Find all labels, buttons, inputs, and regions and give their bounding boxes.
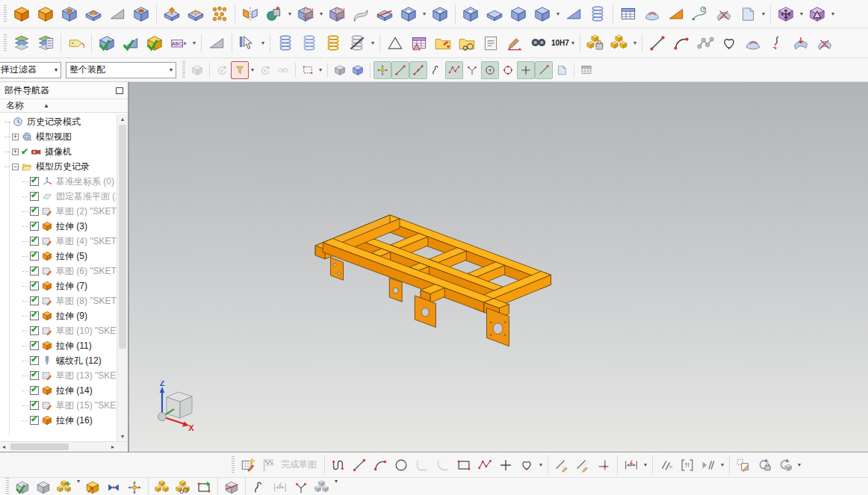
button-rib[interactable] [105,3,129,25]
button-move-face[interactable] [774,3,798,25]
button-snap-center[interactable] [481,61,499,79]
tree-item-11[interactable]: 草图 (6) "SKETC [0,264,128,278]
selection-filter-dropdown[interactable]: ▾ [249,66,256,73]
selection-scope-combo[interactable]: 整个装配 ▾ [66,62,176,78]
button-show-constraints[interactable] [173,478,193,495]
add-component-dropdown[interactable]: ▾ [75,478,82,485]
body-collection-dropdown[interactable]: ▾ [631,40,639,46]
button-rectangle[interactable] [453,455,474,476]
button-tolerance-search[interactable] [527,32,551,55]
button-point-set-folder[interactable] [431,32,455,55]
button-new-component[interactable] [82,478,103,495]
button-rapid-dimension[interactable] [621,455,642,476]
button-body-collection[interactable] [607,32,631,55]
button-point[interactable] [495,455,516,476]
button-assembly-measure[interactable] [270,478,291,495]
feature-checkbox[interactable] [30,192,39,201]
button-arc[interactable] [370,455,391,476]
feature-checkbox[interactable] [30,207,39,216]
button-snap-intersection[interactable] [463,61,481,79]
button-shell[interactable] [459,3,483,25]
button-open-component[interactable] [33,478,54,495]
button-offset-curve[interactable] [516,455,537,476]
button-delete-face[interactable] [805,3,829,25]
button-assembly-constraints[interactable] [152,478,173,495]
button-update-model[interactable] [775,455,796,476]
button-draft[interactable] [562,3,586,25]
tree-item-10[interactable]: 拉伸 (5) [0,249,128,264]
button-relations-browser[interactable] [291,478,311,495]
button-suppress-spring[interactable] [345,32,369,55]
button-quick-trim[interactable] [551,455,572,476]
button-pocket[interactable] [129,3,153,25]
delete-face-dropdown[interactable]: ▾ [829,10,837,17]
button-sweep-along-guide[interactable] [349,3,373,25]
button-snap-quadrant[interactable] [499,61,517,79]
button-filter-revert[interactable] [213,61,231,79]
selection-filter-combo[interactable]: 择过滤器 ▾ [0,62,61,78]
button-dimension-style-brush[interactable] [503,32,527,55]
button-remember-constraints[interactable] [193,478,214,495]
button-circle[interactable] [391,455,412,476]
button-surface-flow[interactable] [789,32,813,55]
feature-checkbox[interactable] [30,311,39,320]
tree-item-16[interactable]: 拉伸 (11) [0,338,128,353]
button-boolean-target[interactable] [262,3,286,25]
feature-checkbox[interactable] [30,222,39,231]
tree-item-13[interactable]: 草图 (8) "SKETC [0,293,128,308]
feature-checkbox[interactable] [30,267,39,275]
button-component-interference[interactable] [103,478,124,495]
button-quick-extend[interactable] [572,455,593,476]
feature-checkbox[interactable] [30,252,39,261]
feature-checkbox[interactable] [30,356,39,365]
tree-item-2[interactable]: +模型视图 [0,129,128,144]
unite-dropdown[interactable]: ▾ [317,10,325,17]
suppress-spring-dropdown[interactable]: ▾ [369,40,376,46]
button-reattach-sketch[interactable] [733,455,754,476]
button-snap-endpoint[interactable] [391,61,409,79]
deviation-measure-dropdown[interactable]: ▾ [259,40,267,46]
tree-expand-toggle[interactable]: + [12,149,19,155]
button-trim-body[interactable] [373,3,397,25]
button-hole-set-folder[interactable] [455,32,479,55]
button-find-component[interactable] [12,478,33,495]
button-layer-settings[interactable] [10,32,34,55]
feature-checkbox[interactable] [30,401,39,410]
toolbar-drag-handle[interactable] [232,456,235,474]
button-closed-curve[interactable] [717,32,741,55]
offset-curve-dropdown[interactable]: ▾ [537,461,545,468]
button-draft-analysis[interactable] [205,32,229,55]
marquee-select-dropdown[interactable]: ▾ [317,66,324,73]
button-clip-section[interactable] [249,478,270,495]
frame-model-3d[interactable] [129,82,868,452]
button-line[interactable] [349,455,370,476]
display-constraints-dropdown[interactable]: ▾ [719,461,726,468]
button-grid-table[interactable] [577,61,595,79]
button-arc-curve[interactable] [669,32,693,55]
button-exploded-view[interactable] [311,478,332,495]
button-finish-sketch[interactable] [258,455,279,476]
tree-item-20[interactable]: 草图 (15) "SKET [0,398,128,413]
feature-checkbox[interactable] [30,326,39,335]
button-make-corner[interactable] [593,455,614,476]
button-profile[interactable] [328,455,349,476]
tree-item-18[interactable]: 草图 (13) "SKET [0,368,128,383]
button-extension-spring[interactable] [297,32,321,55]
button-examine-geometry[interactable] [95,32,119,55]
button-snap-face[interactable] [553,61,571,79]
scroll-up-icon[interactable]: ▴ [117,116,128,122]
button-pattern-geometry[interactable] [208,3,232,25]
tree-item-19[interactable]: 拉伸 (14) [0,383,128,398]
button-selection-filter[interactable] [231,61,249,79]
button-extrude[interactable] [10,3,34,25]
move-face-dropdown[interactable]: ▾ [798,10,805,17]
button-cavity[interactable] [397,3,421,25]
button-snap-tangent[interactable] [427,61,445,79]
button-mirror-feature[interactable] [238,3,262,25]
button-highlight-translucent[interactable] [349,61,367,79]
button-deviation-measure[interactable] [235,32,259,55]
button-layer-category[interactable] [34,32,58,55]
button-studio-spline[interactable] [474,455,495,476]
feature-checkbox[interactable] [30,281,39,290]
label-style-dropdown[interactable]: ▾ [190,40,198,46]
